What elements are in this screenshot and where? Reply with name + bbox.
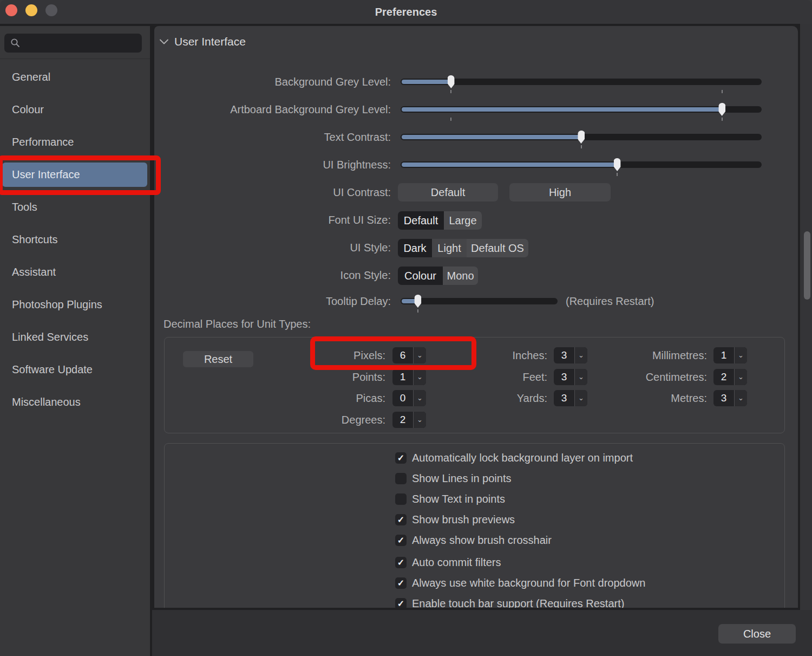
checkbox[interactable]	[395, 493, 407, 505]
font-ui-size-label: Font UI Size:	[154, 214, 391, 226]
title-bar: Preferences	[0, 0, 812, 24]
sidebar-item-label: Colour	[12, 103, 44, 115]
always-show-brush-crosshair-checkbox-row[interactable]: Always show brush crosshair	[395, 534, 552, 546]
slider-thumb[interactable]	[414, 295, 421, 308]
degrees-value: 2	[392, 412, 413, 428]
requires-restart-note: (Requires Restart)	[566, 295, 654, 308]
tooltip-delay-slider[interactable]	[401, 295, 558, 308]
centimetres-dropdown[interactable]: 2 ⌄	[713, 369, 747, 385]
icon-style-label: Icon Style:	[154, 269, 391, 281]
sidebar-item-label: Linked Services	[12, 331, 88, 343]
checkbox[interactable]	[395, 598, 407, 608]
show-text-in-points-checkbox-row[interactable]: Show Text in points	[395, 493, 505, 505]
slider-thumb[interactable]	[448, 75, 455, 88]
centimetres-label: Centimetres:	[165, 371, 707, 383]
checkbox[interactable]	[395, 535, 407, 546]
slider-tick	[617, 173, 618, 176]
scrollbar-track[interactable]	[800, 24, 812, 610]
sidebar-item-assistant[interactable]: Assistant	[2, 260, 147, 284]
checkbox[interactable]	[395, 473, 407, 484]
section-header[interactable]: User Interface	[160, 34, 246, 49]
checkbox-label: Always use white background for Font dro…	[412, 577, 645, 589]
sidebar-item-label: Software Update	[12, 363, 93, 375]
show-lines-in-points-checkbox-row[interactable]: Show Lines in points	[395, 472, 511, 484]
ui-style-light-option[interactable]: Light	[432, 239, 467, 257]
sidebar-item-label: Shortcuts	[12, 233, 57, 245]
slider-thumb[interactable]	[718, 103, 725, 116]
show-brush-previews-checkbox-row[interactable]: Show brush previews	[395, 514, 515, 525]
sidebar-item-performance[interactable]: Performance	[2, 130, 147, 154]
text-contrast-slider[interactable]	[401, 131, 762, 144]
metres-dropdown[interactable]: 3 ⌄	[713, 390, 747, 406]
checkbox-label: Automatically lock background layer on i…	[412, 452, 633, 464]
slider-tick	[417, 309, 418, 313]
sidebar-divider	[0, 59, 150, 59]
metres-value: 3	[713, 390, 734, 406]
white-background-font-dropdown-checkbox-row[interactable]: Always use white background for Font dro…	[395, 577, 645, 589]
icon-style-mono-option[interactable]: Mono	[443, 267, 478, 285]
icon-style-colour-option[interactable]: Colour	[398, 267, 443, 285]
millimetres-value: 1	[713, 347, 734, 363]
centimetres-value: 2	[713, 369, 734, 385]
sidebar-item-general[interactable]: General	[2, 65, 147, 89]
enable-touch-bar-checkbox-row[interactable]: Enable touch bar support (Requires Resta…	[395, 597, 624, 608]
degrees-dropdown[interactable]: 2 ⌄	[392, 412, 426, 428]
sidebar-item-miscellaneous[interactable]: Miscellaneous	[2, 390, 147, 414]
options-box: Automatically lock background layer on i…	[164, 443, 785, 608]
scrollbar-thumb[interactable]	[804, 231, 810, 300]
ui-contrast-label: UI Contrast:	[154, 186, 391, 198]
sidebar-nav: General Colour Performance User Interfac…	[0, 65, 150, 423]
slider-track[interactable]	[401, 79, 762, 85]
sidebar-item-label: Assistant	[12, 266, 56, 278]
sidebar-item-shortcuts[interactable]: Shortcuts	[2, 228, 147, 252]
sidebar-item-label: Miscellaneous	[12, 396, 81, 408]
checkbox-label: Auto commit filters	[412, 556, 501, 569]
artboard-background-grey-level-label: Artboard Background Grey Level:	[154, 103, 391, 115]
ui-contrast-default-button[interactable]: Default	[398, 183, 498, 202]
metres-label: Metres:	[165, 392, 707, 404]
sidebar-item-user-interface[interactable]: User Interface	[2, 163, 147, 187]
artboard-background-grey-level-slider[interactable]	[401, 103, 762, 116]
checkbox[interactable]	[395, 577, 407, 589]
checkbox[interactable]	[395, 514, 407, 525]
ui-contrast-high-button[interactable]: High	[509, 183, 611, 202]
slider-fill	[402, 163, 618, 167]
close-button[interactable]: Close	[718, 624, 796, 644]
content-frame: User Interface Background Grey Level: Ar…	[152, 24, 800, 610]
ui-style-dark-option[interactable]: Dark	[398, 239, 432, 257]
search-input[interactable]	[24, 34, 137, 53]
font-ui-size-large-option[interactable]: Large	[444, 211, 482, 230]
sidebar-item-photoshop-plugins[interactable]: Photoshop Plugins	[2, 293, 147, 317]
slider-tick	[722, 118, 723, 121]
chevron-down-icon	[160, 39, 168, 44]
chevron-down-icon: ⌄	[734, 369, 747, 385]
checkbox[interactable]	[395, 557, 407, 568]
ui-style-default-os-option[interactable]: Default OS	[467, 239, 528, 257]
sidebar-item-label: User Interface	[12, 168, 80, 180]
checkbox[interactable]	[395, 452, 407, 464]
auto-commit-filters-checkbox-row[interactable]: Auto commit filters	[395, 556, 501, 568]
font-ui-size-default-option[interactable]: Default	[398, 211, 444, 230]
slider-thumb[interactable]	[578, 131, 585, 144]
millimetres-dropdown[interactable]: 1 ⌄	[713, 347, 747, 363]
slider-track[interactable]	[401, 298, 558, 304]
search-box[interactable]	[4, 34, 142, 53]
sidebar-item-colour[interactable]: Colour	[2, 98, 147, 122]
checkbox-label: Always show brush crosshair	[412, 534, 552, 547]
decimal-places-heading: Decimal Places for Unit Types:	[163, 318, 311, 330]
chevron-down-icon: ⌄	[734, 347, 747, 363]
sidebar-item-linked-services[interactable]: Linked Services	[2, 325, 147, 349]
sidebar-item-tools[interactable]: Tools	[2, 195, 147, 219]
ui-brightness-slider[interactable]	[401, 158, 762, 171]
slider-tick	[722, 90, 723, 93]
ui-style-label: UI Style:	[154, 242, 391, 254]
text-contrast-label: Text Contrast:	[154, 131, 391, 143]
slider-fill	[402, 107, 723, 112]
decimal-places-box: Reset Pixels: 6 ⌄ Points: 1 ⌄ Picas: 0 ⌄…	[164, 337, 785, 433]
slider-thumb[interactable]	[614, 158, 621, 171]
background-grey-level-label: Background Grey Level:	[154, 76, 391, 88]
tooltip-delay-label: Tooltip Delay:	[154, 295, 391, 307]
auto-lock-background-checkbox-row[interactable]: Automatically lock background layer on i…	[395, 452, 633, 464]
sidebar-item-software-update[interactable]: Software Update	[2, 358, 147, 382]
background-grey-level-slider[interactable]	[401, 75, 762, 88]
